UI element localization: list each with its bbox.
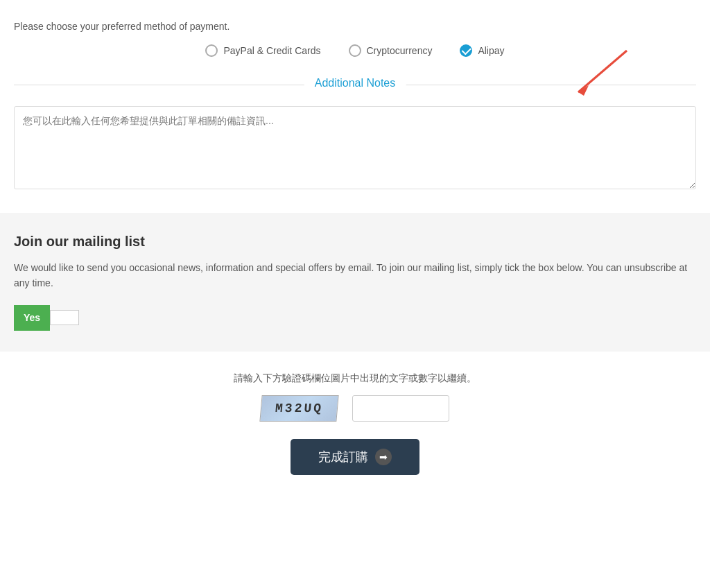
toggle-no-button[interactable] (50, 310, 79, 325)
notes-content (14, 85, 696, 206)
paypal-radio[interactable] (205, 44, 218, 57)
alipay-option[interactable]: Alipay (460, 44, 504, 57)
payment-options: PayPal & Credit Cards Cryptocurrency Ali… (14, 44, 696, 57)
captcha-prompt: 請輸入下方驗證碼欄位圖片中出現的文字或數字以繼續。 (14, 372, 696, 385)
mailing-toggle: Yes (14, 305, 696, 331)
payment-section: Please choose your preferred method of p… (0, 14, 710, 85)
page-wrapper: Please choose your preferred method of p… (0, 0, 710, 524)
crypto-option[interactable]: Cryptocurrency (349, 44, 433, 57)
submit-button[interactable]: 完成訂購 ➡ (291, 439, 419, 475)
mailing-title: Join our mailing list (14, 234, 696, 250)
captcha-input[interactable] (352, 395, 449, 422)
additional-notes-title: Additional Notes (304, 77, 406, 89)
captcha-image: M32UQ (260, 395, 339, 422)
toggle-yes-button[interactable]: Yes (14, 305, 50, 331)
mailing-section: Join our mailing list We would like to s… (0, 213, 710, 352)
captcha-section: 請輸入下方驗證碼欄位圖片中出現的文字或數字以繼續。 M32UQ 完成訂購 ➡ (0, 352, 710, 496)
submit-arrow-icon: ➡ (375, 449, 392, 465)
alipay-radio[interactable] (460, 44, 472, 57)
additional-notes-wrapper: Additional Notes (0, 85, 710, 206)
payment-prompt: Please choose your preferred method of p… (14, 21, 696, 32)
crypto-radio[interactable] (349, 44, 361, 57)
submit-label: 完成訂購 (318, 449, 368, 465)
additional-notes-section: Additional Notes (14, 85, 696, 206)
paypal-label: PayPal & Credit Cards (223, 45, 320, 56)
captcha-row: M32UQ (14, 395, 696, 422)
paypal-option[interactable]: PayPal & Credit Cards (205, 44, 320, 57)
alipay-label: Alipay (478, 45, 504, 56)
crypto-label: Cryptocurrency (367, 45, 433, 56)
mailing-description: We would like to send you occasional new… (14, 260, 696, 291)
notes-textarea[interactable] (14, 106, 696, 189)
